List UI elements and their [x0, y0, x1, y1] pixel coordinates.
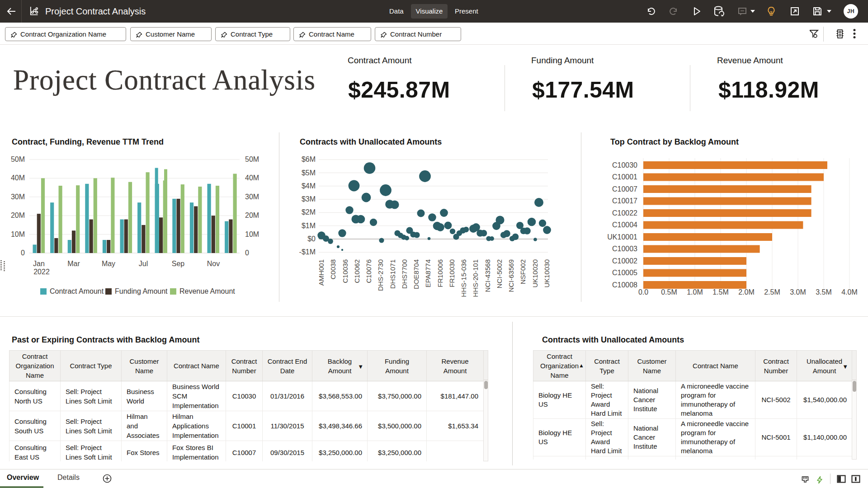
svg-text:HHS-15-036: HHS-15-036	[460, 259, 467, 297]
svg-text:NCI-43568: NCI-43568	[484, 259, 491, 292]
svg-text:$5M: $5M	[302, 169, 316, 177]
svg-text:4.0M: 4.0M	[841, 288, 858, 296]
svg-text:-$1M: -$1M	[299, 248, 316, 256]
svg-text:2022: 2022	[33, 268, 50, 276]
svg-text:May: May	[102, 260, 115, 267]
svg-text:C10076: C10076	[365, 259, 373, 283]
svg-text:3.0M: 3.0M	[790, 288, 806, 296]
svg-text:$4M: $4M	[302, 182, 316, 190]
svg-text:DOE8704: DOE8704	[412, 259, 420, 289]
svg-text:1.5M: 1.5M	[712, 288, 729, 296]
svg-text:C10003: C10003	[612, 245, 637, 253]
svg-text:C10008: C10008	[612, 281, 637, 289]
svg-text:Jan: Jan	[33, 260, 45, 267]
svg-text:0.5M: 0.5M	[661, 288, 677, 296]
svg-text:40M: 40M	[245, 174, 259, 182]
svg-text:$0: $0	[307, 235, 316, 243]
svg-text:NCI-63569: NCI-63569	[507, 259, 515, 292]
svg-text:30M: 30M	[245, 193, 259, 201]
svg-text:C10005: C10005	[612, 269, 637, 277]
svg-text:NSF002: NSF002	[519, 259, 527, 284]
svg-text:2.0M: 2.0M	[738, 288, 755, 296]
svg-text:EPA8774: EPA8774	[424, 259, 432, 287]
svg-text:C0038: C0038	[329, 259, 337, 279]
svg-text:Nov: Nov	[207, 260, 220, 267]
svg-text:$2M: $2M	[302, 208, 316, 216]
svg-text:20M: 20M	[11, 211, 25, 219]
svg-text:C10004: C10004	[612, 221, 637, 229]
svg-text:C10062: C10062	[353, 259, 361, 283]
svg-text:$1M: $1M	[302, 222, 316, 230]
svg-text:Contract Amount: Contract Amount	[50, 287, 104, 295]
svg-text:C10002: C10002	[612, 257, 637, 265]
svg-text:C10030: C10030	[612, 161, 637, 169]
svg-text:Funding Amount: Funding Amount	[115, 287, 168, 295]
svg-text:UK10001: UK10001	[607, 233, 637, 241]
svg-text:FR10006: FR10006	[436, 259, 444, 287]
svg-text:DHS1071: DHS1071	[389, 259, 396, 289]
svg-text:C10017: C10017	[612, 197, 637, 205]
svg-text:AMH001: AMH001	[317, 259, 325, 286]
svg-text:0: 0	[245, 249, 249, 257]
svg-text:C10022: C10022	[612, 209, 637, 217]
svg-text:10M: 10M	[245, 230, 259, 238]
svg-text:3.5M: 3.5M	[816, 288, 832, 296]
svg-text:DHS-2730: DHS-2730	[377, 259, 384, 291]
svg-text:Jul: Jul	[139, 260, 148, 267]
svg-text:Mar: Mar	[67, 260, 80, 267]
svg-text:C10007: C10007	[612, 185, 637, 193]
svg-text:Sep: Sep	[172, 260, 185, 267]
svg-text:DHS7700: DHS7700	[401, 259, 408, 289]
svg-text:2.5M: 2.5M	[764, 288, 780, 296]
svg-text:NCI-5002: NCI-5002	[495, 259, 503, 288]
svg-text:UK10030: UK10030	[543, 259, 551, 288]
svg-text:FR10030: FR10030	[448, 259, 456, 287]
svg-text:40M: 40M	[11, 174, 25, 182]
svg-text:10M: 10M	[11, 230, 25, 238]
svg-text:0: 0	[21, 249, 25, 257]
svg-text:$3M: $3M	[302, 195, 316, 203]
svg-text:50M: 50M	[11, 155, 25, 163]
svg-text:50M: 50M	[245, 155, 259, 163]
svg-text:C10001: C10001	[612, 173, 637, 181]
svg-text:Revenue Amount: Revenue Amount	[179, 287, 235, 295]
svg-text:0.0: 0.0	[638, 288, 648, 296]
svg-text:$6M: $6M	[302, 155, 316, 163]
svg-text:HHS-20-101: HHS-20-101	[472, 259, 479, 297]
svg-text:C10036: C10036	[341, 259, 349, 283]
svg-text:20M: 20M	[245, 211, 259, 219]
svg-text:1.0M: 1.0M	[687, 288, 703, 296]
svg-text:UK10020: UK10020	[531, 259, 539, 288]
svg-text:30M: 30M	[11, 193, 25, 201]
